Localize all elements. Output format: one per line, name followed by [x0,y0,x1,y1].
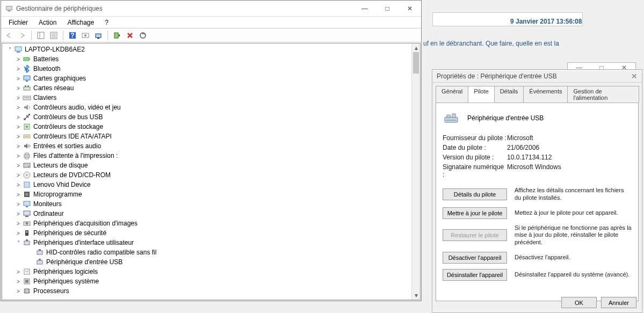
svg-rect-35 [24,155,30,157]
menu-view[interactable]: Affichage [63,18,98,27]
expand-toggle-icon[interactable]: > [15,56,21,62]
scroll-down-button[interactable]: ▾ [412,291,420,300]
expand-toggle-icon[interactable]: > [15,105,21,111]
expand-toggle-icon[interactable]: > [15,153,21,159]
tree-node[interactable]: >Périphériques d'acquisition d'images [2,219,420,228]
dialog-close-button[interactable]: ✕ [631,72,638,81]
tab-power[interactable]: Gestion de l'alimentation [567,86,639,103]
tree-node[interactable]: >Entrées et sorties audio [2,141,420,151]
tree-node-label: LAPTOP-LKDB6AE2 [25,46,85,53]
properties-button[interactable] [48,30,60,41]
tree-node[interactable]: >Contrôleurs de stockage [2,122,420,132]
tree-node[interactable]: >Lecteurs de disque [2,161,420,170]
expand-toggle-icon[interactable]: > [15,114,21,120]
tab-events[interactable]: Événements [523,86,568,103]
maximize-button[interactable]: □ [376,1,399,17]
tree-node[interactable]: >Contrôleurs de bus USB [2,112,420,122]
expand-toggle-icon[interactable]: > [15,85,21,91]
expand-toggle-icon[interactable]: > [15,124,21,130]
expand-toggle-icon[interactable]: > [15,66,21,72]
ok-button[interactable]: OK [561,297,597,308]
expand-toggle-icon[interactable]: ˅ [6,47,13,53]
tree-node[interactable]: >Contrôleurs audio, vidéo et jeu [2,103,420,112]
expand-toggle-icon[interactable]: > [15,279,21,285]
scan-hardware-button[interactable] [79,30,91,41]
expand-toggle-icon[interactable]: > [15,95,21,101]
expand-toggle-icon[interactable]: > [15,134,21,140]
expand-toggle-icon[interactable]: > [15,201,21,207]
expand-toggle-icon[interactable]: > [15,269,21,275]
vertical-scrollbar[interactable]: ▴ ▾ [411,43,420,300]
titlebar[interactable]: Gestionnaire de périphériques — □ ✕ [1,1,421,17]
tree-node[interactable]: >Cartes graphiques [2,74,420,83]
tab-general[interactable]: Général [436,86,468,103]
svg-rect-16 [15,47,21,51]
tree-node[interactable]: >Périphériques système [2,276,420,286]
tree-node-label: Files d'attente à l'impression : [33,152,118,159]
expand-toggle-icon[interactable]: > [15,192,21,198]
expand-toggle-icon[interactable]: ˅ [15,240,21,246]
tree-node[interactable]: HID-contrôles radio compatible sans fil [2,248,420,257]
scroll-up-button[interactable]: ▴ [412,43,420,52]
forward-button[interactable] [16,30,28,41]
show-hide-tree-button[interactable] [35,30,47,41]
tree-node[interactable]: >Cartes réseau [2,83,420,93]
tree-node[interactable]: >Files d'attente à l'impression : [2,151,420,161]
svg-rect-19 [29,59,30,60]
tree-node[interactable]: >Moniteurs [2,199,420,209]
expand-toggle-icon[interactable]: > [15,211,21,217]
update-driver-button[interactable]: Mettre à jour le pilote [443,207,507,219]
uninstall-device-button[interactable]: Désinstaller l'appareil [443,269,507,281]
back-button[interactable] [3,30,15,41]
update-driver-button[interactable] [92,30,104,41]
device-category-icon [23,113,31,121]
svg-point-34 [28,145,30,147]
expand-toggle-icon[interactable]: > [15,288,21,294]
scroll-track[interactable] [412,52,420,291]
tree-node[interactable]: >Processeurs [2,286,420,296]
tree-node[interactable]: >Batteries [2,54,420,64]
dialog-titlebar[interactable]: Propriétés de : Périphérique d'entrée US… [432,70,642,83]
tree-node-label: Bluetooth [33,65,61,72]
driver-details-button[interactable]: Détails du pilote [443,188,507,200]
tree-node[interactable]: >Ordinateur [2,209,420,219]
device-category-icon [23,219,31,228]
tree-node[interactable]: ˅Périphériques d'interface utilisateur [2,238,420,248]
expand-toggle-icon[interactable]: > [15,230,21,236]
expand-toggle-icon[interactable]: > [15,221,21,227]
scroll-thumb[interactable] [413,52,419,74]
help-button[interactable]: ? [67,30,78,41]
expand-toggle-icon[interactable]: > [15,182,21,188]
enable-device-button[interactable] [111,30,123,41]
restore-driver-button[interactable]: Restaurer le pilote [443,229,507,241]
cancel-button[interactable]: Annuler [601,297,636,308]
tree-root[interactable]: ˅LAPTOP-LKDB6AE2 [2,45,420,54]
svg-point-52 [26,231,28,233]
tree-node[interactable]: >Lecteurs de DVD/CD-ROM [2,170,420,180]
tree-node[interactable]: >Lenovo Vhid Device [2,180,420,190]
tree-node[interactable]: >Périphériques logiciels [2,267,420,276]
tree-node[interactable]: >Claviers [2,93,420,103]
menu-file[interactable]: Fichier [4,18,32,27]
tree-node[interactable]: >Bluetooth [2,64,420,74]
tab-driver[interactable]: Pilote [468,86,495,103]
expand-toggle-icon[interactable]: > [15,172,21,178]
disable-device-button[interactable]: Désactiver l'appareil [443,252,507,264]
tree-node[interactable]: Périphérique d'entrée USB [2,257,420,267]
tree-node[interactable]: >Microprogramme [2,190,420,199]
close-button[interactable]: ✕ [399,1,421,17]
tab-details[interactable]: Détails [494,86,524,103]
expand-toggle-icon[interactable]: > [15,163,21,169]
uninstall-device-button[interactable] [124,30,136,41]
svg-rect-23 [24,87,30,90]
menu-action[interactable]: Action [34,18,61,27]
menu-help[interactable]: ? [100,18,113,27]
tree-node[interactable]: >Contrôleurs IDE ATA/ATAPI [2,132,420,141]
tree-node[interactable]: >Périphériques de sécurité [2,228,420,238]
minimize-button[interactable]: — [353,1,376,17]
tree-node-label: Contrôleurs de bus USB [33,113,103,121]
device-tree-pane[interactable]: ˅LAPTOP-LKDB6AE2>Batteries>Bluetooth>Car… [2,43,421,300]
scan-changes-button[interactable] [137,30,149,41]
expand-toggle-icon[interactable]: > [15,76,21,82]
expand-toggle-icon[interactable]: > [15,143,21,149]
